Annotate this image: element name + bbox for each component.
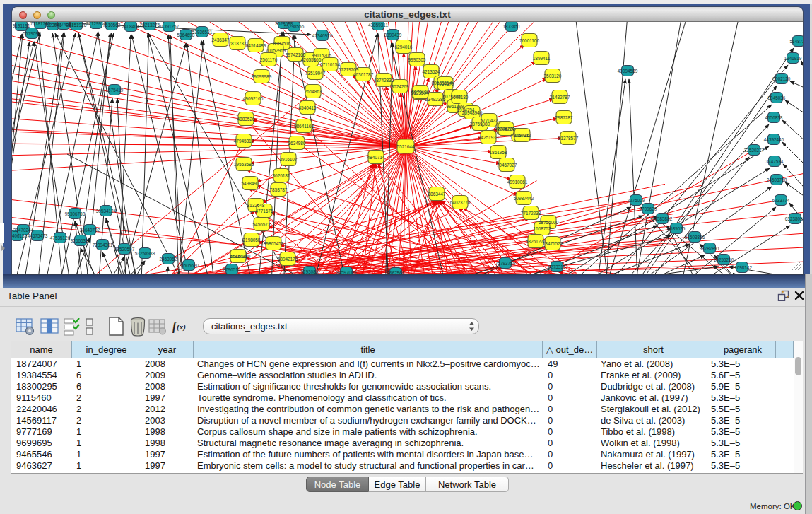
svg-text:32151928: 32151928	[66, 23, 87, 28]
svg-text:90585882: 90585882	[652, 216, 673, 221]
svg-text:5438490: 5438490	[242, 181, 259, 186]
svg-text:57219209: 57219209	[339, 67, 359, 72]
svg-text:2275009: 2275009	[628, 198, 645, 203]
svg-text:42655866: 42655866	[301, 57, 322, 62]
svg-text:73519947: 73519947	[305, 71, 326, 76]
svg-text:3916107: 3916107	[280, 157, 298, 162]
svg-text:3747534: 3747534	[766, 159, 784, 164]
svg-text:8132648: 8132648	[247, 203, 265, 208]
svg-text:2453962: 2453962	[160, 257, 177, 262]
svg-text:19553585: 19553585	[234, 162, 254, 167]
svg-text:68942178: 68942178	[278, 257, 298, 262]
svg-text:81503856: 81503856	[685, 235, 705, 240]
svg-text:38470244: 38470244	[13, 228, 34, 233]
svg-text:84597009: 84597009	[336, 270, 357, 275]
svg-text:2561176: 2561176	[260, 57, 278, 62]
svg-text:9667566: 9667566	[387, 271, 405, 275]
svg-text:40094589: 40094589	[618, 69, 638, 74]
svg-text:77172238: 77172238	[521, 211, 541, 216]
svg-text:8890439: 8890439	[384, 33, 402, 37]
svg-text:3024269: 3024269	[392, 84, 409, 89]
svg-text:67110154: 67110154	[320, 62, 340, 67]
svg-text:8987516: 8987516	[273, 41, 291, 46]
svg-text:43859311: 43859311	[368, 23, 388, 28]
svg-text:70505620: 70505620	[179, 263, 199, 268]
svg-text:3634980: 3634980	[288, 141, 306, 146]
svg-text:4771676: 4771676	[256, 209, 273, 214]
svg-text:7054579: 7054579	[437, 81, 454, 86]
svg-text:5602180: 5602180	[451, 95, 469, 100]
svg-text:2408404: 2408404	[122, 24, 140, 29]
svg-text:2709620: 2709620	[640, 206, 657, 211]
svg-text:9191131: 9191131	[13, 23, 30, 28]
svg-text:50987442: 50987442	[514, 196, 534, 201]
svg-text:5770422: 5770422	[481, 118, 498, 123]
svg-text:21432787: 21432787	[550, 95, 570, 100]
svg-text:63238057: 63238057	[785, 216, 803, 221]
svg-text:1341919: 1341919	[784, 56, 802, 61]
svg-text:9293086: 9293086	[301, 269, 319, 274]
svg-text:32520277: 32520277	[744, 148, 765, 153]
svg-text:3783722: 3783722	[230, 254, 247, 259]
svg-text:5148725: 5148725	[790, 39, 803, 44]
svg-text:91378577: 91378577	[558, 136, 579, 141]
svg-text:6233774: 6233774	[772, 198, 790, 203]
svg-text:4840714: 4840714	[367, 155, 385, 160]
svg-text:70152969: 70152969	[266, 48, 286, 53]
svg-text:2436347: 2436347	[212, 37, 230, 42]
svg-text:2198058: 2198058	[243, 238, 261, 243]
svg-text:1873851: 1873851	[503, 24, 521, 29]
svg-text:1668752: 1668752	[534, 226, 551, 231]
svg-text:1675419: 1675419	[106, 88, 124, 93]
svg-text:53936531: 53936531	[192, 30, 213, 35]
svg-text:70467027: 70467027	[497, 163, 517, 168]
svg-text:47535126: 47535126	[50, 235, 71, 240]
svg-text:9767312: 9767312	[514, 133, 531, 138]
svg-text:7818732: 7818732	[229, 41, 247, 46]
svg-text:39742165: 39742165	[286, 52, 306, 57]
svg-text:64023778: 64023778	[450, 200, 471, 205]
svg-text:74251933: 74251933	[478, 135, 499, 140]
svg-text:47346970: 47346970	[312, 33, 333, 38]
svg-text:7610562: 7610562	[103, 23, 121, 28]
svg-text:5456573: 5456573	[253, 222, 271, 227]
svg-text:4656838: 4656838	[765, 115, 783, 120]
svg-text:6294016: 6294016	[395, 45, 413, 49]
svg-text:2987287: 2987287	[555, 115, 573, 120]
svg-text:72394301: 72394301	[93, 243, 113, 247]
svg-text:26948946: 26948946	[462, 110, 483, 115]
svg-text:47945817: 47945817	[234, 139, 254, 144]
svg-text:89865458: 89865458	[264, 241, 284, 246]
svg-text:2096280: 2096280	[498, 127, 515, 132]
svg-text:5970190: 5970190	[412, 90, 430, 95]
svg-text:3626181: 3626181	[273, 173, 290, 178]
svg-text:28213276: 28213276	[140, 23, 160, 28]
svg-text:89520597: 89520597	[114, 247, 135, 252]
svg-text:1861958: 1861958	[490, 150, 507, 155]
svg-text:5579094: 5579094	[23, 31, 41, 36]
svg-text:43742830: 43742830	[374, 78, 394, 83]
svg-text:24508768: 24508768	[767, 177, 787, 182]
svg-text:84514489: 84514489	[246, 43, 266, 48]
svg-text:98641164: 98641164	[294, 124, 314, 129]
svg-text:13471527: 13471527	[543, 241, 563, 246]
svg-text:1689025: 1689025	[668, 226, 686, 231]
svg-text:75793759: 75793759	[495, 261, 516, 266]
svg-text:11698142: 11698142	[732, 265, 752, 270]
svg-text:3503120: 3503120	[544, 74, 562, 78]
svg-text:76001106: 76001106	[519, 38, 539, 43]
svg-text:49092160: 49092160	[243, 96, 264, 101]
svg-text:7853787: 7853787	[270, 187, 288, 192]
svg-text:(x): (x)	[177, 322, 186, 332]
svg-text:8945036: 8945036	[768, 95, 786, 100]
svg-text:8273315: 8273315	[548, 264, 566, 269]
svg-text:19255216: 19255216	[714, 257, 734, 262]
svg-text:5521644: 5521644	[397, 144, 415, 149]
svg-text:95306788: 95306788	[65, 211, 86, 216]
svg-text:34406132: 34406132	[12, 233, 28, 238]
svg-text:92666356: 92666356	[71, 238, 91, 243]
svg-text:99115205: 99115205	[312, 53, 331, 58]
svg-text:9990305: 9990305	[408, 57, 426, 62]
svg-text:68755000: 68755000	[539, 220, 559, 225]
svg-text:44675473: 44675473	[28, 233, 48, 238]
